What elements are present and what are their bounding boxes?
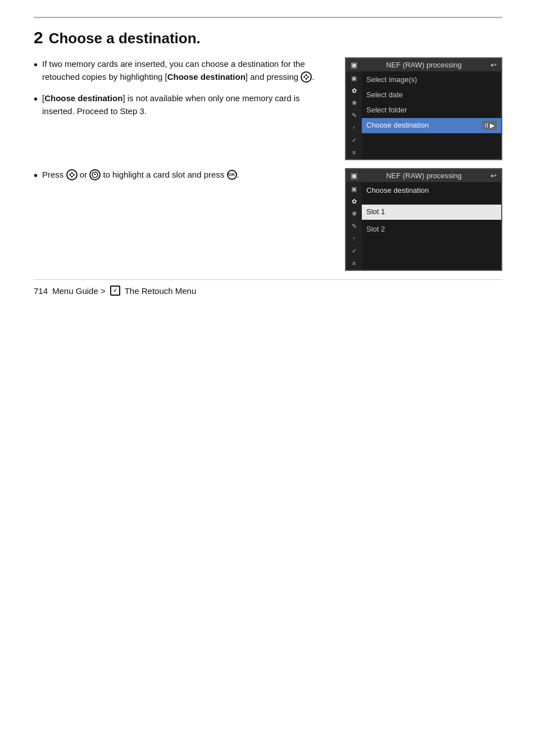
menu-icon-lines: ≡	[349, 148, 358, 157]
menu-icons-col-1: ▣ ✿ ❋ ✎ ↑ ✓ ≡	[346, 71, 362, 159]
svg-marker-9	[94, 173, 96, 175]
svg-marker-1	[305, 78, 307, 80]
menu-screenshot-2: ▣ NEF (RAW) processing ↩ ▣ ✿ ❋ ✎ ↑ ✓ ≡ C…	[345, 168, 502, 271]
svg-marker-2	[303, 76, 305, 78]
menu-item-choose-dest-label: Choose destination	[366, 121, 429, 130]
menu-titlebar-1: ▣ NEF (RAW) processing ↩	[346, 58, 501, 71]
bullet1-block: • If two memory cards are inserted, you …	[34, 57, 328, 125]
menu-items-col-1: Select image(s) Select date Select folde…	[362, 71, 501, 159]
first-content-row: • If two memory cards are inserted, you …	[34, 57, 502, 160]
menu-back-icon-2: ↩	[490, 171, 497, 180]
menu-item-choose-dest-badge: II ▶	[483, 121, 497, 130]
footer-suffix: The Retouch Menu	[125, 286, 197, 296]
page-footer: 714 Menu Guide > ✓ The Retouch Menu	[34, 279, 502, 296]
section-heading: 2 Choose a destination.	[34, 28, 502, 47]
bullet-text-3: Press or	[42, 168, 328, 181]
menu-title-text-1: NEF (RAW) processing	[386, 61, 462, 69]
bullet-item-1: • If two memory cards are inserted, you …	[34, 57, 328, 84]
bullet-item-3: • Press or	[34, 168, 328, 184]
menu-back-icon-1: ↩	[490, 61, 497, 69]
menu-items-col-2: Choose destination Slot 1 Slot 2	[362, 182, 501, 270]
menu-item-select-images: Select image(s)	[362, 73, 501, 88]
menu-icon-up: ↑	[349, 123, 358, 132]
menu-icon-camera-2: ▣	[349, 184, 358, 193]
multi-arrows-icon	[301, 71, 312, 83]
second-content-row: • Press or	[34, 168, 502, 271]
menu-icon-check-2: ✓	[349, 246, 358, 255]
menu-title-icon-2: ▣	[351, 171, 357, 180]
footer-text: Menu Guide >	[52, 286, 106, 296]
menu-icon-check: ✓	[349, 135, 358, 144]
menu-item-slot2: Slot 2	[362, 222, 501, 237]
menu-sidebar-2: ▣ ✿ ❋ ✎ ↑ ✓ ≡ Choose destination Slot 1 …	[346, 182, 501, 270]
svg-marker-6	[69, 174, 71, 176]
ok-circle-icon: OK	[227, 170, 237, 180]
section-title: Choose a destination.	[49, 30, 201, 47]
menu-item-choose-dest: Choose destination II ▶	[362, 118, 501, 133]
up-arrow-icon	[66, 169, 78, 180]
menu-item-slot1: Slot 1	[362, 205, 501, 220]
section-number: 2	[34, 28, 43, 47]
menu-title-text-2: NEF (RAW) processing	[386, 171, 462, 180]
bullet-dot-1: •	[34, 56, 38, 74]
menu-icon-pencil-2: ✎	[349, 221, 358, 230]
bullet-dot-2: •	[34, 90, 38, 108]
menu-icon-camera: ▣	[349, 74, 358, 83]
menu-icon-flower: ✿	[349, 86, 358, 95]
bullet-item-2: • [Choose destination] is not available …	[34, 92, 328, 118]
menu-icon-star-2: ❋	[349, 209, 358, 218]
menu-icon-flower-2: ✿	[349, 197, 358, 206]
menu-icon-lines-2: ≡	[349, 259, 358, 268]
svg-marker-3	[307, 76, 310, 78]
svg-marker-7	[73, 174, 75, 176]
menu-item-select-folder: Select folder	[362, 103, 501, 118]
menu-sidebar-1: ▣ ✿ ❋ ✎ ↑ ✓ ≡ Select image(s) Select dat…	[346, 71, 501, 159]
menu-titlebar-2: ▣ NEF (RAW) processing ↩	[346, 169, 501, 182]
bold-choose-dest-1: Choose destination	[167, 72, 246, 82]
retouch-menu-icon: ✓	[110, 286, 120, 296]
footer-page-number: 714	[34, 286, 48, 296]
bullet3-block: • Press or	[34, 168, 328, 192]
top-border	[34, 17, 502, 18]
svg-marker-0	[305, 74, 307, 76]
menu-title-icon-1: ▣	[351, 61, 357, 69]
menu-icon-pencil: ✎	[349, 111, 358, 120]
bold-choose-dest-2: Choose destination	[44, 93, 122, 103]
menu-icons-col-2: ▣ ✿ ❋ ✎ ↑ ✓ ≡	[346, 182, 362, 270]
menu-screenshot-1: ▣ NEF (RAW) processing ↩ ▣ ✿ ❋ ✎ ↑ ✓ ≡ S…	[345, 57, 502, 160]
bullet-text-1: If two memory cards are inserted, you ca…	[42, 57, 328, 84]
bullet-dot-3: •	[34, 167, 38, 184]
svg-marker-4	[71, 171, 73, 174]
menu-icon-star: ❋	[349, 98, 358, 107]
bullet-text-2: [Choose destination] is not available wh…	[42, 92, 328, 118]
menu-item-select-date: Select date	[362, 88, 501, 103]
page: 2 Choose a destination. • If two memory …	[0, 0, 536, 313]
svg-marker-5	[71, 176, 73, 178]
menu-icon-up-2: ↑	[349, 234, 358, 243]
menu-subtitle-choose-dest: Choose destination	[362, 183, 501, 200]
down-arrow-icon	[89, 169, 101, 180]
